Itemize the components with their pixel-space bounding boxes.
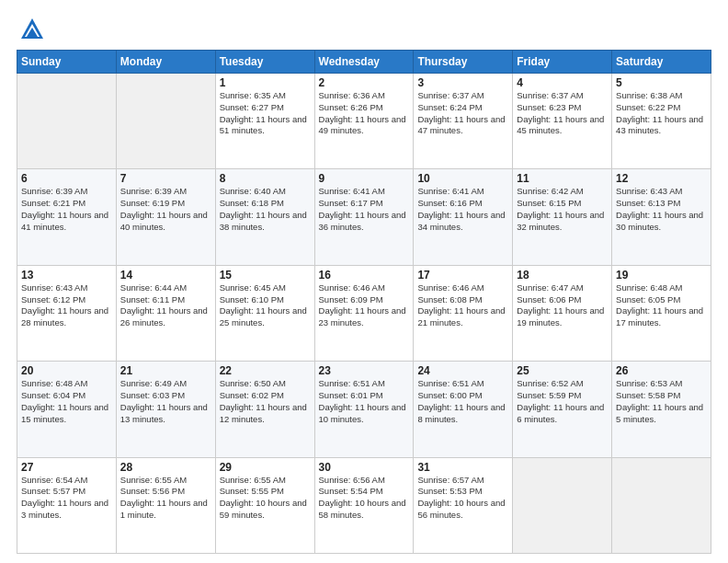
calendar-header-thursday: Thursday: [414, 51, 513, 74]
calendar-week-2: 13Sunrise: 6:43 AM Sunset: 6:12 PM Dayli…: [17, 265, 711, 361]
calendar-header-sunday: Sunday: [17, 51, 117, 74]
calendar-cell: 17Sunrise: 6:46 AM Sunset: 6:08 PM Dayli…: [414, 265, 513, 361]
day-info: Sunrise: 6:50 AM Sunset: 6:02 PM Dayligh…: [220, 378, 311, 425]
day-number: 22: [220, 364, 311, 377]
calendar-cell: 2Sunrise: 6:36 AM Sunset: 6:26 PM Daylig…: [314, 74, 414, 169]
day-info: Sunrise: 6:46 AM Sunset: 6:09 PM Dayligh…: [319, 282, 410, 329]
day-number: 23: [319, 364, 410, 377]
day-info: Sunrise: 6:47 AM Sunset: 6:06 PM Dayligh…: [517, 282, 608, 329]
calendar-cell: 12Sunrise: 6:43 AM Sunset: 6:13 PM Dayli…: [612, 169, 711, 265]
day-info: Sunrise: 6:36 AM Sunset: 6:26 PM Dayligh…: [319, 90, 410, 137]
calendar-cell: 21Sunrise: 6:49 AM Sunset: 6:03 PM Dayli…: [116, 362, 215, 457]
day-number: 2: [319, 76, 410, 89]
calendar-cell: 23Sunrise: 6:51 AM Sunset: 6:01 PM Dayli…: [314, 362, 414, 457]
logo-icon: [19, 17, 45, 42]
calendar-cell: 5Sunrise: 6:38 AM Sunset: 6:22 PM Daylig…: [612, 74, 711, 169]
day-number: 27: [21, 461, 112, 474]
calendar-week-3: 20Sunrise: 6:48 AM Sunset: 6:04 PM Dayli…: [17, 362, 711, 457]
calendar-cell: 22Sunrise: 6:50 AM Sunset: 6:02 PM Dayli…: [215, 362, 314, 457]
calendar-cell: 1Sunrise: 6:35 AM Sunset: 6:27 PM Daylig…: [215, 74, 314, 169]
day-info: Sunrise: 6:45 AM Sunset: 6:10 PM Dayligh…: [220, 282, 311, 329]
day-number: 6: [21, 172, 112, 185]
day-info: Sunrise: 6:44 AM Sunset: 6:11 PM Dayligh…: [120, 282, 211, 329]
calendar-header-wednesday: Wednesday: [314, 51, 414, 74]
calendar-header-row: SundayMondayTuesdayWednesdayThursdayFrid…: [17, 51, 711, 74]
calendar-cell: 24Sunrise: 6:51 AM Sunset: 6:00 PM Dayli…: [414, 362, 513, 457]
day-info: Sunrise: 6:48 AM Sunset: 6:05 PM Dayligh…: [616, 282, 707, 329]
calendar-cell: 3Sunrise: 6:37 AM Sunset: 6:24 PM Daylig…: [414, 74, 513, 169]
day-number: 19: [616, 269, 707, 282]
day-number: 28: [120, 461, 211, 474]
calendar-cell: 30Sunrise: 6:56 AM Sunset: 5:54 PM Dayli…: [314, 457, 414, 553]
day-number: 26: [616, 364, 707, 377]
calendar-cell: 16Sunrise: 6:46 AM Sunset: 6:09 PM Dayli…: [314, 265, 414, 361]
calendar-cell: 13Sunrise: 6:43 AM Sunset: 6:12 PM Dayli…: [17, 265, 117, 361]
day-info: Sunrise: 6:39 AM Sunset: 6:19 PM Dayligh…: [120, 186, 211, 233]
day-number: 4: [517, 76, 608, 89]
day-info: Sunrise: 6:41 AM Sunset: 6:17 PM Dayligh…: [319, 186, 410, 233]
day-number: 11: [517, 172, 608, 185]
calendar-cell: 27Sunrise: 6:54 AM Sunset: 5:57 PM Dayli…: [17, 457, 117, 553]
calendar-cell: 8Sunrise: 6:40 AM Sunset: 6:18 PM Daylig…: [215, 169, 314, 265]
calendar-cell: [116, 74, 215, 169]
day-number: 31: [417, 461, 508, 474]
day-info: Sunrise: 6:53 AM Sunset: 5:58 PM Dayligh…: [616, 378, 707, 425]
day-number: 13: [21, 269, 112, 282]
day-info: Sunrise: 6:54 AM Sunset: 5:57 PM Dayligh…: [21, 475, 112, 522]
day-info: Sunrise: 6:42 AM Sunset: 6:15 PM Dayligh…: [517, 186, 608, 233]
day-number: 16: [319, 269, 410, 282]
calendar-week-4: 27Sunrise: 6:54 AM Sunset: 5:57 PM Dayli…: [17, 457, 711, 553]
calendar-week-1: 6Sunrise: 6:39 AM Sunset: 6:21 PM Daylig…: [17, 169, 711, 265]
day-info: Sunrise: 6:52 AM Sunset: 5:59 PM Dayligh…: [517, 378, 608, 425]
day-number: 25: [517, 364, 608, 377]
calendar-header-saturday: Saturday: [612, 51, 711, 74]
day-info: Sunrise: 6:43 AM Sunset: 6:13 PM Dayligh…: [616, 186, 707, 233]
day-info: Sunrise: 6:49 AM Sunset: 6:03 PM Dayligh…: [120, 378, 211, 425]
header: [17, 17, 711, 42]
calendar-cell: [17, 74, 117, 169]
day-info: Sunrise: 6:48 AM Sunset: 6:04 PM Dayligh…: [21, 378, 112, 425]
day-info: Sunrise: 6:56 AM Sunset: 5:54 PM Dayligh…: [319, 475, 410, 522]
day-number: 20: [21, 364, 112, 377]
calendar-cell: 6Sunrise: 6:39 AM Sunset: 6:21 PM Daylig…: [17, 169, 117, 265]
calendar-cell: 18Sunrise: 6:47 AM Sunset: 6:06 PM Dayli…: [513, 265, 612, 361]
day-number: 12: [616, 172, 707, 185]
day-number: 21: [120, 364, 211, 377]
calendar-cell: 26Sunrise: 6:53 AM Sunset: 5:58 PM Dayli…: [612, 362, 711, 457]
calendar-cell: 14Sunrise: 6:44 AM Sunset: 6:11 PM Dayli…: [116, 265, 215, 361]
day-info: Sunrise: 6:40 AM Sunset: 6:18 PM Dayligh…: [220, 186, 311, 233]
day-number: 8: [220, 172, 311, 185]
day-number: 1: [220, 76, 311, 89]
calendar-cell: 20Sunrise: 6:48 AM Sunset: 6:04 PM Dayli…: [17, 362, 117, 457]
calendar-header-friday: Friday: [513, 51, 612, 74]
day-number: 18: [517, 269, 608, 282]
calendar: SundayMondayTuesdayWednesdayThursdayFrid…: [17, 50, 711, 554]
day-info: Sunrise: 6:43 AM Sunset: 6:12 PM Dayligh…: [21, 282, 112, 329]
calendar-cell: 31Sunrise: 6:57 AM Sunset: 5:53 PM Dayli…: [414, 457, 513, 553]
calendar-cell: 28Sunrise: 6:55 AM Sunset: 5:56 PM Dayli…: [116, 457, 215, 553]
page: SundayMondayTuesdayWednesdayThursdayFrid…: [0, 0, 728, 563]
day-number: 17: [417, 269, 508, 282]
day-number: 30: [319, 461, 410, 474]
day-info: Sunrise: 6:51 AM Sunset: 6:00 PM Dayligh…: [417, 378, 508, 425]
calendar-cell: 15Sunrise: 6:45 AM Sunset: 6:10 PM Dayli…: [215, 265, 314, 361]
calendar-cell: 9Sunrise: 6:41 AM Sunset: 6:17 PM Daylig…: [314, 169, 414, 265]
calendar-cell: 19Sunrise: 6:48 AM Sunset: 6:05 PM Dayli…: [612, 265, 711, 361]
calendar-header-monday: Monday: [116, 51, 215, 74]
logo: [17, 17, 45, 42]
calendar-header-tuesday: Tuesday: [215, 51, 314, 74]
day-number: 7: [120, 172, 211, 185]
calendar-cell: 29Sunrise: 6:55 AM Sunset: 5:55 PM Dayli…: [215, 457, 314, 553]
day-info: Sunrise: 6:37 AM Sunset: 6:23 PM Dayligh…: [517, 90, 608, 137]
calendar-cell: 25Sunrise: 6:52 AM Sunset: 5:59 PM Dayli…: [513, 362, 612, 457]
day-info: Sunrise: 6:57 AM Sunset: 5:53 PM Dayligh…: [417, 475, 508, 522]
day-info: Sunrise: 6:41 AM Sunset: 6:16 PM Dayligh…: [417, 186, 508, 233]
calendar-cell: 7Sunrise: 6:39 AM Sunset: 6:19 PM Daylig…: [116, 169, 215, 265]
day-number: 3: [417, 76, 508, 89]
day-info: Sunrise: 6:51 AM Sunset: 6:01 PM Dayligh…: [319, 378, 410, 425]
day-number: 9: [319, 172, 410, 185]
calendar-cell: 11Sunrise: 6:42 AM Sunset: 6:15 PM Dayli…: [513, 169, 612, 265]
day-info: Sunrise: 6:55 AM Sunset: 5:55 PM Dayligh…: [220, 475, 311, 522]
day-number: 15: [220, 269, 311, 282]
day-info: Sunrise: 6:35 AM Sunset: 6:27 PM Dayligh…: [220, 90, 311, 137]
